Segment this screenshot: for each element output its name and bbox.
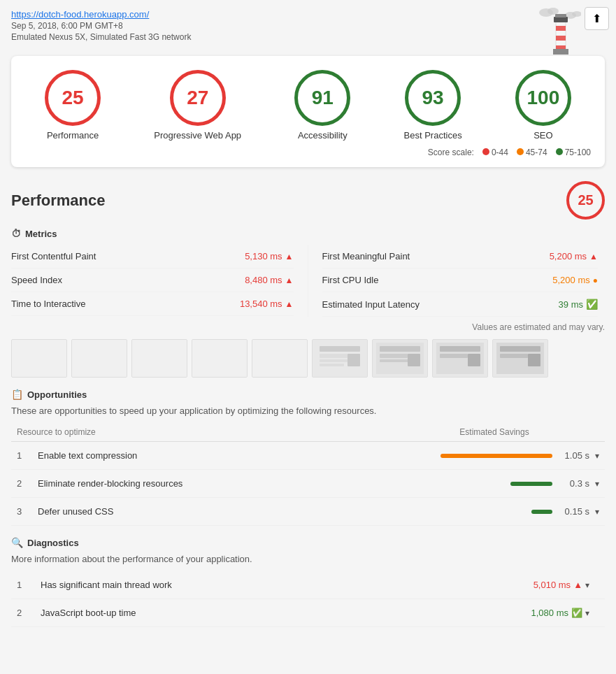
share-icon: ⬆	[592, 13, 601, 24]
metric-fcp: First Contentful Paint 5,130 ms ▲	[11, 245, 294, 268]
score-label-seo: SEO	[533, 130, 552, 141]
scale-dot-green	[556, 148, 563, 155]
thumbnails-row	[11, 339, 605, 378]
svg-rect-9	[555, 14, 566, 17]
col-resource: Resource to optimize	[17, 427, 389, 437]
diag-num-2: 2	[17, 608, 38, 618]
thumbnail-2	[71, 339, 127, 378]
diagnostics-section: 🔍 Diagnostics More information about the…	[11, 537, 605, 627]
score-label-performance: Performance	[47, 130, 99, 141]
svg-rect-24	[440, 354, 468, 358]
diag-chevron-1: ▾	[585, 580, 599, 590]
metric-fmp-label: First Meaningful Paint	[322, 251, 410, 261]
score-label-best-practices: Best Practices	[404, 130, 462, 141]
score-seo[interactable]: 100 SEO	[515, 70, 571, 141]
metrics-grid: First Contentful Paint 5,130 ms ▲ Speed …	[11, 245, 605, 317]
metrics-left: First Contentful Paint 5,130 ms ▲ Speed …	[11, 245, 308, 317]
thumbnail-7	[372, 339, 428, 378]
svg-rect-29	[528, 354, 540, 366]
diagnostics-desc: More information about the performance o…	[11, 554, 605, 564]
score-pwa[interactable]: 27 Progressive Web App	[154, 70, 241, 141]
thumbnail-9	[492, 339, 548, 378]
opportunities-desc: These are opportunities to speed up your…	[11, 406, 605, 416]
metric-eil-value: 39 ms ✅	[559, 299, 598, 310]
score-scale: Score scale: 0-44 45-74 75-100	[18, 141, 598, 160]
header-url[interactable]: https://dotch-food.herokuapp.com/	[11, 9, 149, 20]
triangle-icon-fmp: ▲	[589, 252, 598, 261]
svg-rect-16	[348, 354, 360, 366]
diag-row-2[interactable]: 2 JavaScript boot-up time 1,080 ms ✅ ▾	[11, 599, 605, 627]
score-circle-seo: 100	[515, 70, 571, 126]
metric-eil-label: Estimated Input Latency	[322, 299, 420, 310]
score-accessibility[interactable]: 91 Accessibility	[294, 70, 350, 141]
triangle-icon-tti: ▲	[285, 299, 294, 309]
savings-bar-1	[440, 454, 552, 458]
scores-row: 25 Performance 27 Progressive Web App 91…	[18, 70, 598, 141]
chevron-1: ▾	[595, 451, 599, 461]
metric-tti: Time to Interactive 13,540 ms ▲	[11, 292, 294, 316]
opp-num-2: 2	[17, 478, 38, 489]
main-content: Performance 25 ⏱ Metrics First Contentfu…	[0, 174, 616, 634]
diag-row-1[interactable]: 1 Has significant main thread work 5,010…	[11, 571, 605, 599]
opp-savings-3: 0.15 s ▾	[389, 506, 599, 517]
diag-chevron-2: ▾	[585, 608, 599, 618]
thumbnail-3	[131, 339, 187, 378]
diagnostics-label: Diagnostics	[27, 538, 79, 548]
svg-rect-4	[556, 21, 566, 49]
svg-rect-19	[380, 354, 408, 358]
score-circle-performance: 25	[45, 70, 101, 126]
metric-si-label: Speed Index	[11, 275, 62, 285]
metrics-header: ⏱ Metrics	[11, 228, 605, 239]
metric-fcp-label: First Contentful Paint	[11, 251, 96, 261]
metric-fci: First CPU Idle 5,200 ms ●	[322, 268, 599, 292]
svg-rect-5	[556, 26, 566, 31]
opp-row-2[interactable]: 2 Eliminate render-blocking resources 0.…	[11, 470, 605, 498]
metric-fci-label: First CPU Idle	[322, 275, 379, 285]
metric-eil: Estimated Input Latency 39 ms ✅	[322, 292, 599, 317]
chevron-2: ▾	[595, 479, 599, 489]
svg-rect-6	[556, 36, 566, 41]
savings-value-3: 0.15 s	[558, 506, 589, 517]
savings-bar-3	[531, 510, 552, 514]
scale-dot-red	[482, 148, 489, 155]
svg-rect-18	[380, 346, 420, 352]
svg-point-1	[547, 8, 559, 15]
share-button[interactable]: ⬆	[585, 7, 609, 30]
opp-row-1[interactable]: 1 Enable text compression 1.05 s ▾	[11, 442, 605, 470]
table-header: Resource to optimize Estimated Savings	[11, 423, 605, 442]
scale-red: 0-44	[482, 148, 508, 157]
svg-rect-10	[553, 49, 568, 55]
lighthouse-icon	[539, 7, 581, 56]
score-performance[interactable]: 25 Performance	[45, 70, 101, 141]
diag-name-2: JavaScript boot-up time	[41, 608, 529, 618]
clock-icon: ⏱	[11, 228, 21, 239]
thumbnail-6	[312, 339, 368, 378]
metric-fcp-value: 5,130 ms ▲	[245, 251, 293, 261]
metric-fmp: First Meaningful Paint 5,200 ms ▲	[322, 245, 599, 268]
svg-rect-7	[556, 45, 566, 49]
opportunities-label: Opportunities	[27, 389, 87, 400]
triangle-icon-si: ▲	[285, 275, 294, 285]
savings-value-1: 1.05 s	[558, 450, 589, 461]
svg-rect-8	[554, 17, 568, 22]
opp-row-3[interactable]: 3 Defer unused CSS 0.15 s ▾	[11, 498, 605, 526]
score-circle-pwa: 27	[170, 70, 226, 126]
col-savings: Estimated Savings	[389, 427, 599, 437]
scale-dot-orange	[517, 148, 524, 155]
performance-title: Performance	[11, 192, 106, 210]
metric-tti-value: 13,540 ms ▲	[240, 299, 294, 309]
opp-name-2: Eliminate render-blocking resources	[38, 478, 389, 489]
metrics-note: Values are estimated and may vary.	[11, 322, 605, 332]
performance-header: Performance 25	[11, 181, 605, 220]
diag-value-1: 5,010 ms ▲	[533, 580, 582, 590]
thumbnail-4	[192, 339, 248, 378]
svg-rect-12	[320, 346, 360, 352]
scale-orange: 45-74	[517, 148, 547, 157]
metric-si-value: 8,480 ms ▲	[245, 275, 293, 285]
score-best-practices[interactable]: 93 Best Practices	[404, 70, 462, 141]
diag-value-2: 1,080 ms ✅	[531, 608, 582, 618]
score-circle-best-practices: 93	[405, 70, 461, 126]
svg-rect-21	[408, 354, 420, 366]
svg-rect-28	[500, 354, 528, 358]
opp-num-1: 1	[17, 450, 38, 461]
